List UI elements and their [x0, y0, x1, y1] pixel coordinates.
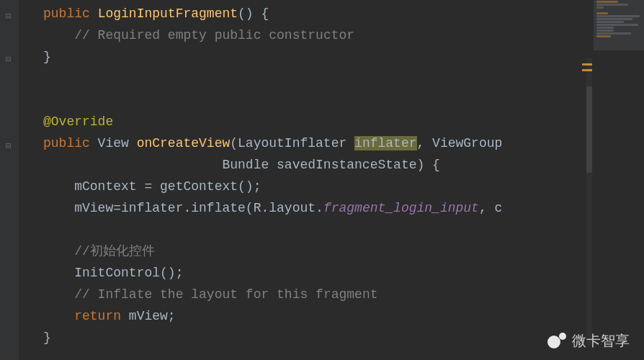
scrollbar-thumb[interactable]	[586, 86, 592, 173]
watermark: 微卡智享	[547, 330, 630, 351]
minimap-line	[596, 6, 604, 9]
method-name: LoginInputFragment	[98, 6, 238, 21]
code-line: InitControl();	[0, 262, 644, 284]
code-line: mContext = getContext();	[0, 176, 644, 197]
code-line: // Required empty public constructor	[0, 24, 644, 46]
code-line	[0, 89, 644, 111]
minimap-line	[596, 12, 608, 14]
comment: // Inflate the layout for this fragment	[74, 287, 377, 302]
code-line: public View onCreateView(LayoutInflater …	[0, 132, 644, 154]
minimap-line	[596, 35, 611, 37]
code-line: public LoginInputFragment() {	[0, 3, 644, 24]
minimap-line	[596, 32, 631, 35]
wechat-icon	[547, 331, 566, 350]
brace: }	[43, 330, 51, 345]
minimap[interactable]	[594, 0, 644, 50]
code-text: InitControl();	[74, 266, 183, 280]
code-line	[0, 219, 644, 240]
code-editor[interactable]: public LoginInputFragment() { // Require…	[0, 0, 644, 348]
code-line: mView=inflater.inflate(R.layout.fragment…	[0, 197, 644, 219]
code-text: View	[90, 136, 137, 150]
minimap-line	[596, 21, 624, 23]
minimap-line	[596, 30, 614, 32]
code-line: Bundle savedInstanceState) {	[0, 154, 644, 176]
keyword: public	[43, 136, 90, 150]
watermark-text: 微卡智享	[572, 330, 630, 351]
resource-id: fragment_login_input	[323, 201, 479, 215]
annotation: @Override	[43, 114, 113, 129]
minimap-line	[596, 15, 640, 17]
highlighted-identifier: inflater	[354, 136, 416, 150]
code-line: }	[0, 46, 644, 68]
minimap-line	[596, 4, 628, 6]
code-text: Bundle savedInstanceState) {	[43, 158, 440, 172]
minimap-line	[596, 18, 632, 20]
keyword: return	[74, 309, 121, 323]
code-line: //初始化控件	[0, 240, 644, 262]
code-text: () {	[238, 6, 269, 21]
code-line: @Override	[0, 111, 644, 132]
comment: //初始化控件	[74, 244, 155, 258]
code-line: return mView;	[0, 305, 644, 327]
code-text: (LayoutInflater	[230, 136, 354, 150]
code-text: mView;	[121, 309, 176, 323]
method-name: onCreateView	[137, 136, 231, 150]
minimap-line	[596, 24, 638, 26]
keyword: public	[43, 6, 90, 21]
comment: // Required empty public constructor	[74, 28, 354, 42]
code-text: mContext = getContext();	[74, 179, 261, 194]
code-line	[0, 68, 644, 89]
vertical-scrollbar[interactable]	[586, 58, 592, 346]
code-text: , c	[479, 201, 502, 215]
code-text: mView=inflater.inflate(R.layout.	[74, 201, 323, 215]
code-text: , ViewGroup	[417, 136, 503, 150]
brace: }	[43, 50, 51, 64]
minimap-line	[596, 27, 614, 29]
code-line: // Inflate the layout for this fragment	[0, 284, 644, 305]
minimap-line	[596, 1, 618, 3]
